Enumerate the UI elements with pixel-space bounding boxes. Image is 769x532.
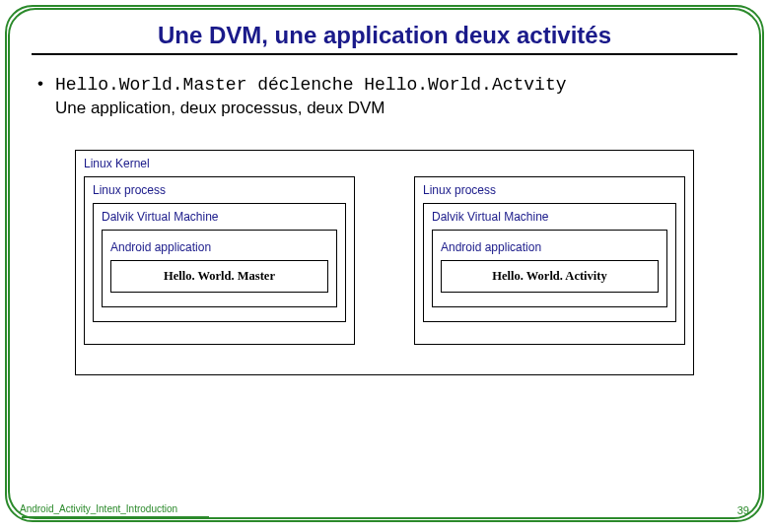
linux-process-right: Linux process Dalvik Virtual Machine And… — [414, 176, 685, 345]
linux-process-left: Linux process Dalvik Virtual Machine And… — [84, 176, 355, 345]
bullet-mid: déclenche — [246, 75, 364, 95]
dvm-label-right: Dalvik Virtual Machine — [432, 210, 667, 224]
process-label-left: Linux process — [93, 183, 346, 197]
code-term-master: Hello.World.Master — [55, 75, 246, 95]
bullet-item: • Hello.World.Master déclenche Hello.Wor… — [37, 73, 737, 120]
process-label-right: Linux process — [423, 183, 676, 197]
bullet-text: Hello.World.Master déclenche Hello.World… — [55, 73, 567, 120]
slide-content: Une DVM, une application deux activités … — [8, 8, 761, 519]
dvm-label-left: Dalvik Virtual Machine — [102, 210, 337, 224]
android-app-left: Android application Hello. World. Master — [102, 230, 337, 307]
app-label-right: Android application — [441, 240, 659, 254]
footer-rule — [22, 516, 209, 518]
kernel-label: Linux Kernel — [84, 157, 685, 170]
activity-master: Hello. World. Master — [110, 260, 328, 293]
dvm-box-right: Dalvik Virtual Machine Android applicati… — [423, 203, 676, 322]
two-processes: Linux process Dalvik Virtual Machine And… — [84, 176, 685, 345]
footer-reference: Android_Activity_Intent_Introduction — [20, 503, 177, 514]
title-underline — [32, 53, 737, 55]
right-column: Linux process Dalvik Virtual Machine And… — [414, 176, 685, 345]
left-column: Linux process Dalvik Virtual Machine And… — [84, 176, 355, 345]
architecture-diagram: Linux Kernel Linux process Dalvik Virtua… — [75, 150, 694, 375]
bullet-line2: Une application, deux processus, deux DV… — [55, 99, 385, 117]
activity-activity: Hello. World. Activity — [441, 260, 659, 293]
slide-title: Une DVM, une application deux activités — [32, 22, 737, 49]
linux-kernel-box: Linux Kernel Linux process Dalvik Virtua… — [75, 150, 694, 375]
bullet-marker: • — [37, 73, 55, 95]
dvm-box-left: Dalvik Virtual Machine Android applicati… — [93, 203, 346, 322]
code-term-activity: Hello.World.Actvity — [364, 75, 566, 95]
android-app-right: Android application Hello. World. Activi… — [432, 230, 667, 307]
app-label-left: Android application — [110, 240, 328, 254]
page-number: 39 — [737, 504, 749, 516]
